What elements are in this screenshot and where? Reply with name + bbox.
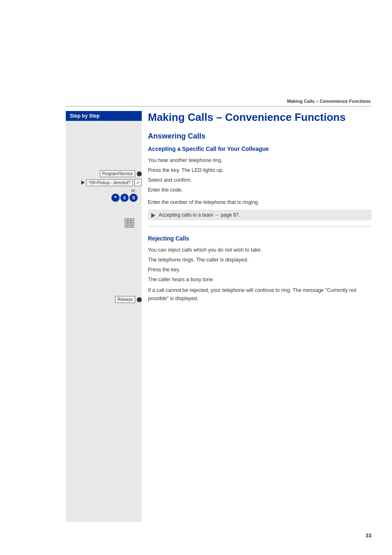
code-9: 9: [129, 194, 138, 202]
step-2: Press the key. The LED lights up.: [148, 166, 371, 174]
release-key: Release: [115, 296, 135, 303]
page-container: Making Calls – Convenience Functions Ste…: [0, 0, 392, 555]
release-row: Release: [66, 296, 142, 303]
step-text-3: Select and confirm.: [148, 176, 371, 184]
svg-rect-0: [125, 219, 127, 221]
play-arrow-icon: [81, 180, 85, 185]
accepting-call-instructions: Program/Service *59=Pickup - directed? ✓…: [66, 170, 142, 303]
header-title: Making Calls – Convenience Functions: [287, 99, 371, 104]
pickup-key: *59=Pickup - directed?: [86, 179, 133, 186]
step-by-step-box: Step by Step: [66, 111, 142, 121]
answering-calls-title: Answering Calls: [148, 132, 371, 141]
svg-rect-4: [128, 222, 131, 224]
step-1: You hear another telephone ring.: [148, 156, 371, 164]
right-column: Making Calls – Convenience Functions Ans…: [148, 111, 371, 304]
header-rule: [66, 106, 371, 106]
checkmark-box: ✓: [134, 179, 142, 186]
step-text-5: Enter the number of the telephone that i…: [148, 198, 371, 206]
section-divider: [148, 227, 371, 227]
step-text-2: Press the key. The LED lights up.: [148, 166, 371, 174]
svg-rect-6: [125, 225, 127, 227]
program-service-row: Program/Service: [66, 170, 142, 177]
main-title: Making Calls – Convenience Functions: [148, 111, 371, 124]
pickup-row: *59=Pickup - directed? ✓: [66, 179, 142, 186]
reject-step-1: You can reject calls which you do not wi…: [148, 246, 371, 254]
left-column: Step by Step Program/Service *59=Pickup …: [66, 111, 142, 303]
note-text: Accepting calls in a team → page 67.: [159, 212, 240, 218]
reject-step-5: If a call cannot be rejected, your telep…: [148, 286, 371, 303]
svg-rect-2: [131, 219, 134, 221]
svg-rect-1: [128, 219, 131, 221]
code-5: 5: [120, 194, 129, 202]
svg-rect-7: [128, 225, 131, 227]
step-4: Enter the code.: [148, 186, 371, 194]
program-service-key: Program/Service: [100, 170, 135, 177]
note-box: Accepting calls in a team → page 67.: [148, 210, 371, 220]
svg-rect-8: [131, 225, 134, 227]
accepting-subsection-title: Accepting a Specific Call for Your Colle…: [148, 146, 371, 152]
keypad-icon: [66, 218, 142, 232]
reject-step-2: The telephone rings. The caller is displ…: [148, 256, 371, 264]
reject-step-3: Press the key.: [148, 266, 371, 274]
rejecting-calls-title: Rejecting Calls: [148, 235, 371, 242]
svg-rect-5: [131, 222, 134, 224]
code-star: *: [111, 194, 120, 202]
rejecting-section: Rejecting Calls You can reject calls whi…: [148, 235, 371, 303]
led-dot-1: [137, 171, 142, 176]
or-text: or: [66, 188, 135, 193]
step-text-1: You hear another telephone ring.: [148, 156, 371, 164]
content-area: Step by Step Program/Service *59=Pickup …: [66, 111, 371, 522]
led-dot-2: [137, 297, 142, 302]
step-text-4: Enter the code.: [148, 186, 371, 194]
svg-rect-3: [125, 222, 127, 224]
page-number: 33: [366, 532, 371, 539]
step-5-area: Enter the number of the telephone that i…: [148, 198, 371, 206]
reject-step-4: The caller hears a busy tone.: [148, 275, 371, 284]
note-arrow-icon: [151, 213, 155, 218]
step-3: Select and confirm.: [148, 176, 371, 184]
code-circles: * 5 9: [66, 194, 138, 202]
